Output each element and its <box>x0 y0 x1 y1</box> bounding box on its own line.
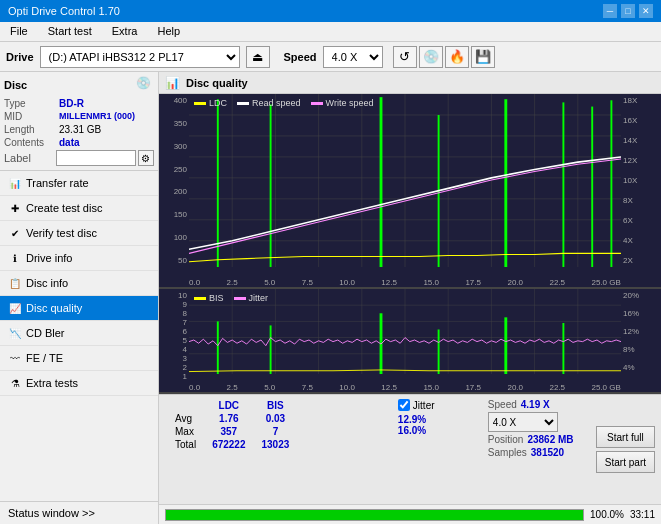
stats-data-table: LDC BIS Avg 1.76 0.03 Max 357 7 <box>167 399 297 451</box>
bottom-chart-y-left: 10 9 8 7 6 5 4 3 2 1 <box>159 289 189 374</box>
menu-extra[interactable]: Extra <box>106 24 144 39</box>
top-chart-canvas <box>189 94 621 267</box>
legend-read-speed: Read speed <box>237 98 301 108</box>
close-button[interactable]: ✕ <box>639 4 653 18</box>
disc-icon[interactable]: 💿 <box>136 76 154 94</box>
legend-ldc-label: LDC <box>209 98 227 108</box>
legend-ldc: LDC <box>194 98 227 108</box>
create-test-disc-icon: ✚ <box>8 201 22 215</box>
disc-type-row: Type BD-R <box>4 98 154 109</box>
speed-select[interactable]: 4.0 X <box>323 46 383 68</box>
progress-percent: 100.0% <box>590 509 624 520</box>
nav-extra-tests-label: Extra tests <box>26 377 78 389</box>
total-label: Total <box>167 438 204 451</box>
chart-icon: 📊 <box>165 76 180 90</box>
drive-info-icon: ℹ <box>8 251 22 265</box>
total-bis: 13023 <box>254 438 298 451</box>
samples-row: Samples 381520 <box>488 447 582 458</box>
speed-quality-select[interactable]: 4.0 X <box>488 412 558 432</box>
drivebar: Drive (D:) ATAPI iHBS312 2 PL17 ⏏ Speed … <box>0 42 661 72</box>
legend-bis-label: BIS <box>209 293 224 303</box>
disc-label-btn[interactable]: ⚙ <box>138 150 154 166</box>
disc-length-row: Length 23.31 GB <box>4 124 154 135</box>
start-full-button[interactable]: Start full <box>596 426 655 448</box>
progress-time: 33:11 <box>630 509 655 520</box>
menu-file[interactable]: File <box>4 24 34 39</box>
legend-read-speed-label: Read speed <box>252 98 301 108</box>
nav-disc-info-label: Disc info <box>26 277 68 289</box>
nav-verify-test-disc-label: Verify test disc <box>26 227 97 239</box>
jitter-max-value: 16.0% <box>398 425 426 436</box>
menu-start-test[interactable]: Start test <box>42 24 98 39</box>
bis-header: BIS <box>254 399 298 412</box>
status-window[interactable]: Status window >> <box>0 501 158 524</box>
start-part-button[interactable]: Start part <box>596 451 655 473</box>
nav-disc-quality[interactable]: 📈 Disc quality <box>0 296 158 321</box>
menu-help[interactable]: Help <box>151 24 186 39</box>
disc-title: Disc <box>4 79 27 91</box>
speed-select-row: 4.0 X <box>488 412 582 432</box>
speed-position-section: Speed 4.19 X 4.0 X Position 23862 MB Sam… <box>480 395 590 504</box>
disc-quality-icon: 📈 <box>8 301 22 315</box>
disc-contents-label: Contents <box>4 137 59 148</box>
jitter-max-row: 16.0% <box>398 425 472 436</box>
drive-label: Drive <box>6 51 34 63</box>
jitter-checkbox[interactable] <box>398 399 410 411</box>
drive-select[interactable]: (D:) ATAPI iHBS312 2 PL17 <box>40 46 240 68</box>
main-layout: Disc 💿 Type BD-R MID MILLENMR1 (000) Len… <box>0 72 661 524</box>
maximize-button[interactable]: □ <box>621 4 635 18</box>
legend-bis: BIS <box>194 293 224 303</box>
left-panel: Disc 💿 Type BD-R MID MILLENMR1 (000) Len… <box>0 72 159 524</box>
eject-button[interactable]: ⏏ <box>246 46 270 68</box>
disc-length-value: 23.31 GB <box>59 124 101 135</box>
disc-header: Disc 💿 <box>4 76 154 94</box>
disc-mid-value: MILLENMR1 (000) <box>59 111 135 122</box>
disc-button[interactable]: 💿 <box>419 46 443 68</box>
position-label: Position <box>488 434 524 445</box>
nav-verify-test-disc[interactable]: ✔ Verify test disc <box>0 221 158 246</box>
disc-section: Disc 💿 Type BD-R MID MILLENMR1 (000) Len… <box>0 72 158 171</box>
disc-info-icon: 📋 <box>8 276 22 290</box>
position-value: 23862 MB <box>527 434 573 445</box>
charts-area: LDC Read speed Write speed 400 350 <box>159 94 661 394</box>
bottom-chart: BIS Jitter 10 9 8 7 6 5 4 <box>159 289 661 394</box>
nav-create-test-disc[interactable]: ✚ Create test disc <box>0 196 158 221</box>
chart-title: Disc quality <box>186 77 248 89</box>
nav-transfer-rate-label: Transfer rate <box>26 177 89 189</box>
legend-write-speed: Write speed <box>311 98 374 108</box>
jitter-avg-row: 12.9% <box>398 414 472 425</box>
nav-transfer-rate[interactable]: 📊 Transfer rate <box>0 171 158 196</box>
save-button[interactable]: 💾 <box>471 46 495 68</box>
cd-bler-icon: 📉 <box>8 326 22 340</box>
top-chart-x: 0.0 2.5 5.0 7.5 10.0 12.5 15.0 17.5 20.0… <box>189 278 621 287</box>
nav-fe-te-label: FE / TE <box>26 352 63 364</box>
disc-label-input[interactable] <box>56 150 136 166</box>
jitter-section: Jitter 12.9% 16.0% <box>390 395 480 504</box>
max-bis: 7 <box>254 425 298 438</box>
minimize-button[interactable]: ─ <box>603 4 617 18</box>
jitter-label: Jitter <box>413 400 435 411</box>
legend-jitter-label: Jitter <box>249 293 269 303</box>
legend-jitter: Jitter <box>234 293 269 303</box>
top-chart: LDC Read speed Write speed 400 350 <box>159 94 661 289</box>
nav-disc-info[interactable]: 📋 Disc info <box>0 271 158 296</box>
disc-contents-value: data <box>59 137 80 148</box>
nav-fe-te[interactable]: 〰 FE / TE <box>0 346 158 371</box>
nav-extra-tests[interactable]: ⚗ Extra tests <box>0 371 158 396</box>
max-ldc: 357 <box>204 425 253 438</box>
nav-items: 📊 Transfer rate ✚ Create test disc ✔ Ver… <box>0 171 158 501</box>
nav-drive-info[interactable]: ℹ Drive info <box>0 246 158 271</box>
extra-tests-icon: ⚗ <box>8 376 22 390</box>
nav-disc-quality-label: Disc quality <box>26 302 82 314</box>
titlebar: Opti Drive Control 1.70 ─ □ ✕ <box>0 0 661 22</box>
nav-create-test-disc-label: Create test disc <box>26 202 102 214</box>
stats-table: LDC BIS Avg 1.76 0.03 Max 357 7 <box>159 395 390 504</box>
avg-ldc: 1.76 <box>204 412 253 425</box>
disc-label-label: Label <box>4 152 54 164</box>
refresh-button[interactable]: ↺ <box>393 46 417 68</box>
fe-te-icon: 〰 <box>8 351 22 365</box>
burn-button[interactable]: 🔥 <box>445 46 469 68</box>
avg-bis: 0.03 <box>254 412 298 425</box>
nav-cd-bler[interactable]: 📉 CD Bler <box>0 321 158 346</box>
speed-row: Speed 4.19 X <box>488 399 582 410</box>
